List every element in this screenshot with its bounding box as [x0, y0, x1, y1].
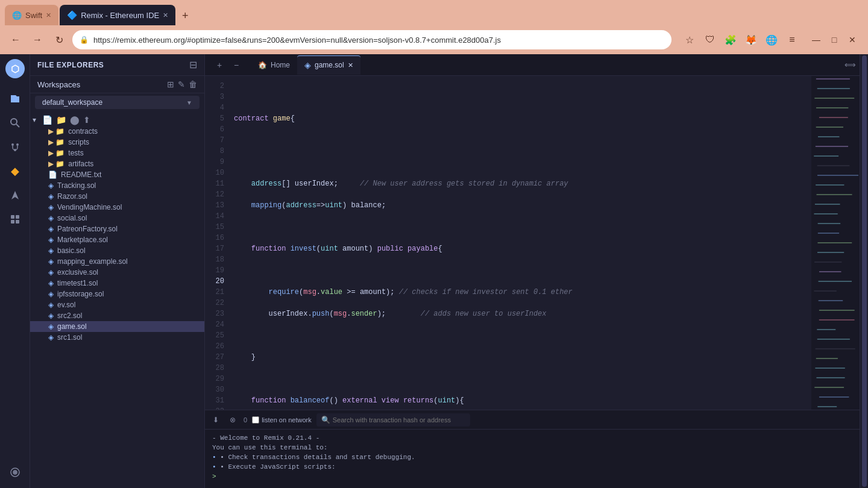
tree-expand-icon[interactable]: ▾ — [33, 116, 36, 124]
file-patreonfactory[interactable]: ◈ PatreonFactory.sol — [30, 224, 204, 234]
terminal-search[interactable]: 🔍 — [316, 413, 470, 427]
listen-network-toggle[interactable]: listen on network — [252, 416, 312, 424]
workspaces-actions: ⊞ ✎ 🗑 — [167, 80, 197, 89]
editor-tabs: + − 🏠 Home ◈ game.sol ✕ ⟺ — [205, 54, 860, 76]
minimize-button[interactable]: — — [808, 31, 825, 48]
listen-checkbox[interactable] — [252, 416, 259, 424]
file-marketplace-label: Marketplace.sol — [57, 236, 108, 244]
close-button[interactable]: ✕ — [844, 31, 861, 48]
sidebar-item-files[interactable] — [4, 88, 26, 110]
file-exclusive[interactable]: ◈ exclusive.sol — [30, 267, 204, 278]
terminal-prompt-line: > — [212, 472, 852, 481]
back-button[interactable]: ← — [7, 31, 24, 48]
new-tab-button[interactable]: + — [177, 7, 193, 24]
sidebar-item-search[interactable] — [4, 112, 26, 134]
edit-workspace-icon[interactable]: ✎ — [178, 80, 185, 89]
extension-button[interactable]: 🧩 — [722, 31, 739, 48]
sidebar-item-compile[interactable]: ◆ — [4, 160, 26, 182]
tab-game-sol[interactable]: ◈ game.sol ✕ — [297, 55, 360, 75]
shield-button[interactable]: 🛡 — [702, 31, 719, 48]
code-line-4 — [234, 135, 811, 146]
expand-editor-icon[interactable]: ⟺ — [843, 58, 857, 72]
settings-icon — [10, 467, 20, 478]
zoom-in-button[interactable]: + — [212, 58, 227, 72]
swift-tab-close[interactable]: ✕ — [46, 11, 51, 19]
profile-button[interactable]: 🦊 — [743, 31, 760, 48]
remix-logo-button[interactable]: ⬡ — [5, 59, 25, 78]
file-ev-label: ev.sol — [57, 301, 75, 309]
tab-remix[interactable]: 🔷 Remix - Ethereum IDE ✕ — [60, 5, 175, 25]
sidebar-item-plugin[interactable] — [4, 208, 26, 230]
scrollbar-thumb[interactable] — [862, 55, 867, 487]
file-game[interactable]: ◈ game.sol — [30, 321, 204, 332]
remix-tab-close[interactable]: ✕ — [163, 11, 168, 19]
file-src2[interactable]: ◈ src2.sol — [30, 310, 204, 321]
tree-root: ▾ 📄 📁 ⬤ ⬆ — [30, 114, 204, 126]
maximize-button[interactable]: □ — [826, 31, 843, 48]
menu-button[interactable]: ≡ — [784, 31, 800, 48]
browser-chrome: 🌐 Swift ✕ 🔷 Remix - Ethereum IDE ✕ + ← →… — [0, 0, 868, 54]
file-social[interactable]: ◈ social.sol — [30, 213, 204, 224]
folder-scripts[interactable]: ▶ 📁 scripts — [30, 137, 204, 148]
terminal-content: - Welcome to Remix 0.21.4 - You can use … — [205, 430, 860, 485]
file-tree: ▾ 📄 📁 ⬤ ⬆ ▶ 📁 contracts ▶ 📁 scripts — [30, 111, 204, 488]
new-folder-icon[interactable]: 📁 — [56, 115, 66, 125]
new-file-icon[interactable]: 📄 — [42, 115, 52, 125]
sidebar-item-git[interactable] — [4, 136, 26, 158]
terminal-clear-icon[interactable]: ⊗ — [227, 414, 239, 426]
globe-button[interactable]: 🌐 — [763, 31, 780, 48]
remix-favicon: 🔷 — [67, 10, 77, 20]
delete-workspace-icon[interactable]: 🗑 — [189, 80, 197, 89]
listen-label: listen on network — [262, 416, 312, 424]
sol-icon: ◈ — [48, 192, 54, 201]
upload-icon[interactable]: ⬆ — [83, 115, 90, 125]
lock-icon: 🔒 — [80, 36, 89, 44]
github-icon[interactable]: ⬤ — [70, 115, 80, 125]
code-editor[interactable]: contract game{ address[] userIndex; // N… — [229, 76, 811, 410]
file-src2-label: src2.sol — [57, 311, 82, 320]
file-basic[interactable]: ◈ basic.sol — [30, 245, 204, 256]
terminal-count: 0 — [244, 416, 247, 424]
panel-collapse-icon[interactable]: ⊟ — [189, 59, 197, 70]
transaction-search-input[interactable] — [333, 416, 465, 424]
code-line-9: function invest(uint amount) public paya… — [234, 243, 811, 254]
active-tab-label: game.sol — [315, 61, 344, 69]
tab-close-icon[interactable]: ✕ — [348, 61, 353, 69]
file-marketplace[interactable]: ◈ Marketplace.sol — [30, 234, 204, 245]
folder-tests[interactable]: ▶ 📁 tests — [30, 148, 204, 158]
file-vendingmachine[interactable]: ◈ VendingMachine.sol — [30, 202, 204, 213]
folder-scripts-label: scripts — [68, 138, 89, 146]
swift-tab-label: Swift — [25, 11, 42, 20]
file-mapping[interactable]: ◈ mapping_example.sol — [30, 256, 204, 267]
workspace-selector[interactable]: default_workspace ▼ — [35, 96, 200, 109]
tab-home[interactable]: 🏠 Home — [251, 55, 297, 75]
code-line-13 — [234, 330, 811, 341]
workspaces-bar: Workspaces ⊞ ✎ 🗑 — [30, 76, 204, 93]
zoom-controls: + − — [207, 58, 248, 72]
file-src1[interactable]: ◈ src1.sol — [30, 332, 204, 343]
terminal-collapse-icon[interactable]: ⬇ — [210, 414, 222, 426]
sidebar-item-deploy[interactable] — [4, 184, 26, 206]
terminal-search-icon: 🔍 — [321, 416, 330, 424]
folder-artifacts[interactable]: ▶ 📁 artifacts — [30, 158, 204, 169]
sol-icon: ◈ — [48, 203, 54, 211]
file-readme[interactable]: 📄 README.txt — [30, 169, 204, 180]
sol-icon: ◈ — [48, 236, 54, 244]
refresh-button[interactable]: ↻ — [51, 31, 68, 48]
new-workspace-icon[interactable]: ⊞ — [167, 80, 174, 89]
file-game-label: game.sol — [57, 322, 87, 331]
sidebar-item-settings[interactable] — [4, 461, 26, 483]
bookmark-button[interactable]: ☆ — [681, 31, 698, 48]
zoom-out-button[interactable]: − — [229, 58, 244, 72]
folder-contracts-label: contracts — [68, 127, 98, 136]
workspace-name: default_workspace — [42, 98, 102, 107]
file-ipfsstorage[interactable]: ◈ ipfsstorage.sol — [30, 289, 204, 299]
file-tracking[interactable]: ◈ Tracking.sol — [30, 180, 204, 191]
address-bar[interactable]: 🔒 https://remix.ethereum.org/#optimize=f… — [72, 30, 671, 49]
file-razor[interactable]: ◈ Razor.sol — [30, 191, 204, 202]
folder-contracts[interactable]: ▶ 📁 contracts — [30, 126, 204, 137]
tab-swift[interactable]: 🌐 Swift ✕ — [5, 5, 58, 25]
file-timetest1[interactable]: ◈ timetest1.sol — [30, 278, 204, 289]
forward-button[interactable]: → — [29, 31, 46, 48]
file-ev[interactable]: ◈ ev.sol — [30, 299, 204, 310]
